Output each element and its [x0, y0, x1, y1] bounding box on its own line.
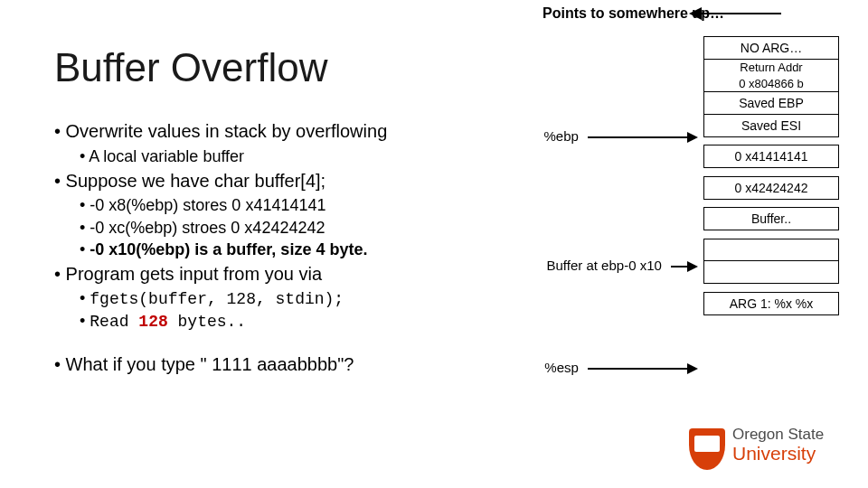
cell-42: 0 x42424242: [703, 176, 839, 200]
bullet-4: What if you type " 1111 aaaabbbb"?: [66, 354, 354, 374]
label-esp: %esp: [542, 360, 696, 375]
bullet-2: Suppose we have char buffer[4];: [66, 171, 326, 191]
osu-logo: Oregon State University: [689, 425, 843, 475]
cell-empty-1: [703, 239, 839, 262]
arrow-left-icon: [691, 13, 781, 14]
bullet-3a: fgets(buffer, 128, stdin);: [90, 290, 344, 308]
bullet-1a: A local variable buffer: [89, 147, 244, 165]
cell-noarg: NO ARG…: [703, 36, 839, 60]
bullet-2a: -0 x8(%ebp) stores 0 x41414141: [90, 196, 326, 214]
ret-line1: Return Addr: [704, 60, 838, 76]
cell-saved-ebp: Saved EBP: [703, 91, 839, 115]
bullet-2b: -0 xc(%ebp) stroes 0 x42424242: [90, 219, 325, 237]
cell-arg1: ARG 1: %x %x: [703, 292, 839, 315]
bullet-3: Program gets input from you via: [66, 264, 322, 284]
label-ebp-text: %ebp: [543, 128, 578, 144]
logo-line1: Oregon State: [732, 427, 824, 442]
bullet-2c: -0 x10(%ebp) is a buffer, size 4 byte.: [90, 240, 367, 258]
label-buffer-at: Buffer at ebp-0 x10: [542, 258, 696, 273]
label-esp-text: %esp: [544, 360, 579, 375]
bullet-3b-num: 128: [138, 313, 167, 331]
cell-retaddr: Return Addr 0 x804866 b: [703, 59, 839, 93]
ret-line2: 0 x804866 b: [704, 76, 838, 92]
cell-buffer: Buffer..: [703, 207, 839, 230]
shield-icon: [689, 428, 725, 470]
arrow-right-icon: [588, 136, 696, 138]
arrow-right-icon: [671, 266, 696, 267]
bullet-3b-post: bytes..: [168, 313, 246, 331]
cell-41: 0 x41414141: [703, 145, 839, 168]
stack-diagram: NO ARG… Return Addr 0 x804866 b Saved EB…: [703, 36, 839, 314]
page-title: Buffer Overflow: [54, 45, 327, 90]
arrow-right-icon: [588, 368, 696, 370]
bullet-3b-pre: Read: [90, 313, 138, 331]
bullet-content: • Overwrite values in stack by overflowi…: [54, 117, 524, 379]
logo-line2: University: [732, 444, 824, 463]
cell-saved-esi: Saved ESI: [703, 114, 839, 137]
bullet-1: Overwrite values in stack by overflowing: [66, 121, 388, 141]
label-buffer-text: Buffer at ebp-0 x10: [547, 258, 662, 273]
cell-empty-2: [703, 260, 839, 284]
label-ebp: %ebp: [542, 128, 696, 144]
